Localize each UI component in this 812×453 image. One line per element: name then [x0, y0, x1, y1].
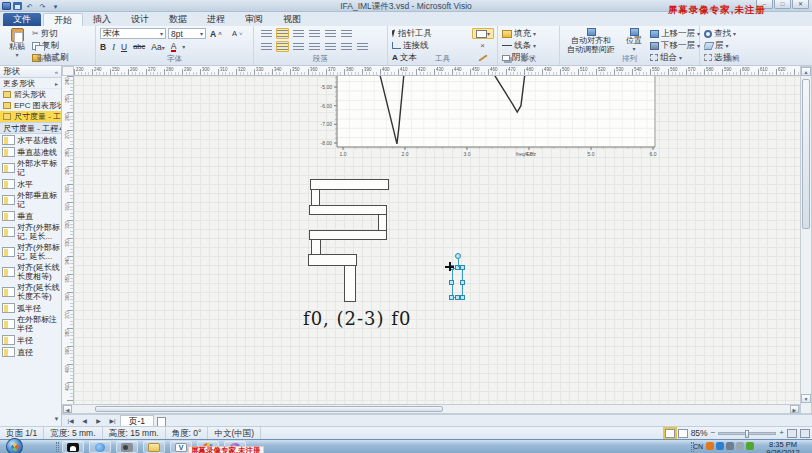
tray-language[interactable]: CN	[693, 443, 703, 450]
tray-icon[interactable]	[726, 442, 734, 450]
stencil-tab[interactable]: EPC 图表形状	[0, 100, 61, 111]
bold-button[interactable]: B	[100, 42, 106, 52]
copy-button[interactable]: 复制	[32, 40, 59, 51]
cut-button[interactable]: ✂ 剪切	[32, 28, 58, 39]
stencil-item[interactable]: 在外部标注半径	[0, 314, 61, 334]
zoom-thumb[interactable]	[745, 430, 749, 438]
zoom-in-button[interactable]: +	[779, 428, 784, 438]
status-item[interactable]: 宽度: 5 mm.	[44, 427, 102, 439]
stencil-item[interactable]: 垂直	[0, 210, 61, 222]
fill-button[interactable]: 填充▾	[502, 28, 536, 39]
stencil-section-header[interactable]: 尺寸度量 - 工程 ▲	[0, 122, 61, 134]
align-button[interactable]	[276, 41, 289, 52]
align-button[interactable]	[292, 41, 305, 52]
scroll-left-button[interactable]: ◀	[63, 405, 72, 413]
page-tab[interactable]: 页-1	[120, 415, 154, 426]
stencil-item[interactable]: 水平	[0, 178, 61, 190]
last-page-button[interactable]: ▶|	[106, 416, 119, 426]
align-button[interactable]	[356, 41, 369, 52]
tray-icon[interactable]	[706, 442, 714, 450]
antenna-segment[interactable]	[309, 205, 387, 215]
font-size-select[interactable]: 8pt▾	[168, 28, 206, 39]
align-button[interactable]	[292, 28, 305, 39]
frequency-annotation[interactable]: f0, (2-3) f0	[303, 308, 411, 329]
qq-taskbar-icon[interactable]	[62, 441, 84, 453]
tab-视图[interactable]: 视图	[273, 13, 311, 26]
stencil-item[interactable]: 直径	[0, 346, 61, 358]
pan-zoom-button[interactable]	[800, 429, 810, 438]
selection-handle[interactable]	[455, 295, 460, 300]
send-backward-button[interactable]: 下移一层▾	[650, 40, 700, 51]
strikethrough-button[interactable]: abc	[133, 42, 145, 51]
align-button[interactable]	[340, 28, 353, 39]
scroll-right-button[interactable]: ▶	[790, 405, 799, 413]
stencil-item[interactable]: 对齐(外部标记, 延长...	[0, 222, 61, 242]
align-button[interactable]	[324, 28, 337, 39]
first-page-button[interactable]: |◀	[64, 416, 77, 426]
stencil-tab[interactable]: 箭头形状	[0, 89, 61, 100]
align-button[interactable]	[260, 28, 273, 39]
auto-align-button[interactable]: 自动对齐和 自动调整间距	[562, 28, 620, 54]
clock[interactable]: 8:35 PM 9/26/2012	[758, 441, 808, 453]
tab-数据[interactable]: 数据	[159, 13, 197, 26]
vertical-scrollbar[interactable]: ▲ ▼	[800, 66, 812, 414]
next-page-button[interactable]: ▶	[92, 416, 105, 426]
tray-icon[interactable]	[746, 442, 754, 450]
camera-taskbar-icon[interactable]	[116, 441, 138, 453]
find-button[interactable]: 查找▾	[704, 28, 736, 39]
selection-handle[interactable]	[449, 295, 454, 300]
stencil-item[interactable]: 弧半径	[0, 302, 61, 314]
font-family-select[interactable]: 宋体▾	[100, 28, 166, 39]
stencil-item[interactable]: 对齐(延长线长度相等)	[0, 262, 61, 282]
bring-forward-button[interactable]: 上移一层▾	[650, 28, 700, 39]
stencil-item[interactable]: 外部水平标记	[0, 158, 61, 178]
layers-button[interactable]: 层▾	[704, 40, 729, 51]
antenna-segment[interactable]	[310, 179, 389, 190]
selection-handle[interactable]	[449, 280, 454, 285]
status-item[interactable]: 角度: 0°	[166, 427, 209, 439]
shrink-font-button[interactable]: A˅	[232, 28, 243, 39]
antenna-segment[interactable]	[378, 214, 387, 231]
selection-handle[interactable]	[460, 295, 465, 300]
tab-审阅[interactable]: 审阅	[235, 13, 273, 26]
insert-page-icon[interactable]	[155, 416, 167, 426]
underline-button[interactable]: U	[121, 42, 127, 52]
tab-开始[interactable]: 开始	[43, 13, 83, 26]
start-button[interactable]	[6, 438, 23, 453]
zoom-slider[interactable]	[718, 432, 776, 435]
align-button[interactable]	[308, 41, 321, 52]
rectangle-tool-button[interactable]: ▾	[472, 28, 494, 39]
selection-handle[interactable]	[460, 265, 465, 270]
stencil-item[interactable]: 垂直基准线	[0, 146, 61, 158]
status-item[interactable]: 高度: 15 mm.	[103, 427, 166, 439]
pointer-tool-button[interactable]: 指针工具	[392, 28, 432, 39]
scroll-up-icon[interactable]: ▲	[58, 125, 61, 131]
connector-tool-button[interactable]: 连接线	[392, 40, 429, 51]
align-button[interactable]	[324, 41, 337, 52]
tab-进程[interactable]: 进程	[197, 13, 235, 26]
status-item[interactable]: 页面 1/1	[0, 427, 44, 439]
stencil-item[interactable]: 对齐(外部标记, 延长...	[0, 242, 61, 262]
normal-view-icon[interactable]	[665, 429, 675, 438]
selection-handle[interactable]	[460, 280, 465, 285]
scroll-up-button[interactable]: ▲	[801, 67, 811, 76]
delete-tool-button[interactable]: ×	[476, 40, 489, 51]
antenna-segment[interactable]	[311, 239, 321, 255]
stencil-item[interactable]: 半径	[0, 334, 61, 346]
more-shapes-item[interactable]: 更多形状 ▸	[0, 78, 61, 89]
align-button[interactable]	[260, 41, 273, 52]
cloud-taskbar-icon[interactable]	[89, 441, 111, 453]
notes-taskbar-icon[interactable]	[143, 441, 165, 453]
tab-file[interactable]: 文件	[3, 13, 41, 26]
drawing-canvas[interactable]: -5.00-6.00-7.00-8.001.02.03.04.05.06.0fr…	[74, 76, 800, 404]
scroll-down-button[interactable]: ▼	[801, 394, 811, 403]
font-color-dropdown-icon[interactable]: ▾	[182, 43, 185, 50]
tab-插入[interactable]: 插入	[83, 13, 121, 26]
align-button[interactable]	[276, 28, 289, 39]
vscroll-thumb[interactable]	[802, 79, 810, 229]
status-item[interactable]: 中文(中国)	[208, 427, 261, 439]
hscroll-thumb[interactable]	[95, 406, 443, 412]
position-button[interactable]: 位置 ▾	[622, 28, 646, 54]
prev-page-button[interactable]: ◀	[78, 416, 91, 426]
tray-icon[interactable]	[716, 442, 724, 450]
